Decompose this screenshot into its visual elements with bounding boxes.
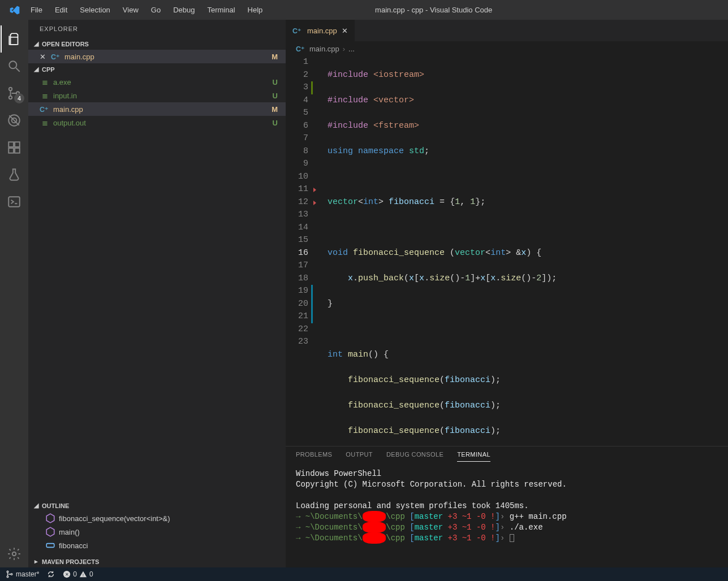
- variable-icon: [45, 540, 55, 550]
- line-number-gutter: 1 2 3 4 5 6 7 8 9 10 11 12 13 14 15 16 1…: [286, 56, 318, 446]
- svg-rect-15: [46, 544, 54, 548]
- status-branch[interactable]: master*: [6, 570, 39, 578]
- svg-text:✕: ✕: [65, 572, 69, 577]
- svg-rect-8: [8, 148, 14, 153]
- vscode-logo-icon: [9, 5, 20, 16]
- terminal-line: Copyright (C) Microsoft Corporation. All…: [296, 479, 718, 490]
- file-item[interactable]: ≣ output.out U: [28, 116, 286, 129]
- maven-header[interactable]: ▸ MAVEN PROJECTS: [28, 556, 286, 567]
- file-icon: ≣: [40, 77, 50, 87]
- chevron-right-icon: ▸: [33, 558, 40, 565]
- svg-text:C⁺: C⁺: [292, 27, 301, 35]
- outline-header[interactable]: ◢ OUTLINE: [28, 500, 286, 511]
- menu-selection[interactable]: Selection: [74, 3, 115, 16]
- file-item[interactable]: C⁺ main.cpp M: [28, 102, 286, 116]
- folder-label: CPP: [42, 66, 55, 73]
- cpp-file-icon: C⁺: [51, 51, 61, 62]
- sidebar-title: EXPLORER: [28, 20, 286, 38]
- outline-label: OUTLINE: [42, 502, 69, 509]
- powershell-icon[interactable]: [1, 188, 28, 215]
- panel-tab-terminal[interactable]: TERMINAL: [457, 451, 490, 462]
- outline-label: fibonacci_sequence(vector<int>&): [59, 514, 170, 523]
- svg-rect-7: [8, 142, 14, 147]
- menu-view[interactable]: View: [117, 3, 144, 16]
- panel-tab-output[interactable]: OUTPUT: [346, 451, 373, 462]
- outline-label: main(): [59, 528, 80, 536]
- panel-tab-problems[interactable]: PROBLEMS: [296, 451, 332, 462]
- open-editor-item[interactable]: ✕ C⁺ main.cpp M: [28, 50, 286, 63]
- settings-icon[interactable]: [1, 540, 28, 567]
- terminal-line: → ~\Documents\xxxx\cpp [master +3 ~1 -0 …: [296, 533, 718, 544]
- code-editor[interactable]: 1 2 3 4 5 6 7 8 9 10 11 12 13 14 15 16 1…: [286, 56, 728, 446]
- file-status: U: [273, 119, 278, 127]
- menu-terminal[interactable]: Terminal: [201, 3, 240, 16]
- svg-rect-9: [15, 148, 20, 153]
- search-icon[interactable]: [1, 53, 28, 80]
- code-content[interactable]: #include <iostream> #include <vector> #i…: [318, 56, 728, 446]
- outline-label: fibonacci: [59, 541, 88, 550]
- source-control-icon[interactable]: 4: [1, 80, 28, 107]
- outline-item[interactable]: main(): [28, 525, 286, 539]
- status-problems[interactable]: ✕ 0 ! 0: [63, 570, 93, 578]
- terminal-line: Loading personal and system profiles too…: [296, 501, 718, 511]
- extensions-icon[interactable]: [1, 134, 28, 161]
- branch-label: master*: [16, 570, 39, 578]
- activity-bar: 4: [0, 20, 28, 567]
- svg-point-3: [9, 96, 12, 99]
- method-icon: [45, 527, 55, 537]
- file-status: M: [272, 53, 278, 61]
- panel-tabs: PROBLEMS OUTPUT DEBUG CONSOLE TERMINAL: [286, 446, 728, 464]
- explorer-icon[interactable]: [1, 25, 28, 53]
- file-status: U: [273, 92, 278, 100]
- menu-debug[interactable]: Debug: [167, 3, 200, 16]
- chevron-down-icon: ◢: [33, 40, 40, 47]
- svg-point-0: [9, 61, 16, 68]
- editor-tab[interactable]: C⁺ main.cpp ✕: [286, 20, 355, 41]
- outline-item[interactable]: fibonacci_sequence(vector<int>&): [28, 511, 286, 525]
- svg-point-19: [7, 576, 8, 578]
- close-icon[interactable]: ✕: [342, 27, 348, 35]
- open-editors-header[interactable]: ◢ OPEN EDITORS: [28, 38, 286, 50]
- test-icon[interactable]: [1, 161, 28, 188]
- menu-help[interactable]: Help: [242, 3, 269, 16]
- window-title: main.cpp - cpp - Visual Studio Code: [268, 6, 599, 14]
- menu-file[interactable]: File: [25, 3, 48, 16]
- svg-text:C⁺: C⁺: [51, 53, 59, 61]
- svg-point-12: [12, 552, 16, 556]
- panel-tab-debug-console[interactable]: DEBUG CONSOLE: [386, 451, 443, 462]
- status-bar: master* ✕ 0 ! 0: [0, 567, 728, 581]
- svg-point-20: [11, 574, 12, 575]
- terminal-line: → ~\Documents\xxxx\cpp [master +3 ~1 -0 …: [296, 511, 718, 522]
- svg-text:!: !: [83, 573, 84, 577]
- tab-label: main.cpp: [307, 27, 337, 35]
- scm-badge: 4: [14, 93, 24, 103]
- terminal-line: Windows PowerShell: [296, 469, 718, 479]
- file-item[interactable]: ≣ a.exe U: [28, 75, 286, 89]
- chevron-down-icon: ◢: [33, 66, 40, 73]
- svg-point-18: [7, 571, 8, 573]
- breadcrumb-file: main.cpp: [309, 45, 339, 53]
- svg-rect-10: [15, 142, 20, 147]
- breadcrumb-rest: ...: [348, 45, 355, 53]
- breadcrumb[interactable]: C⁺ main.cpp › ...: [286, 41, 728, 56]
- menu-edit[interactable]: Edit: [49, 3, 73, 16]
- file-icon: ≣: [40, 90, 50, 101]
- sidebar: EXPLORER ◢ OPEN EDITORS ✕ C⁺ main.cpp M …: [28, 20, 286, 567]
- svg-text:C⁺: C⁺: [40, 106, 48, 114]
- terminal[interactable]: Windows PowerShell Copyright (C) Microso…: [286, 464, 728, 567]
- open-editors-label: OPEN EDITORS: [42, 41, 89, 47]
- file-name: input.in: [53, 92, 77, 100]
- file-status: M: [272, 105, 278, 114]
- file-icon: ≣: [40, 118, 50, 128]
- debug-icon[interactable]: [1, 107, 28, 134]
- close-icon[interactable]: ✕: [40, 53, 48, 61]
- status-sync[interactable]: [47, 570, 55, 578]
- file-name: output.out: [53, 119, 86, 127]
- folder-header[interactable]: ◢ CPP: [28, 63, 286, 75]
- file-item[interactable]: ≣ input.in U: [28, 89, 286, 102]
- svg-text:C⁺: C⁺: [296, 45, 304, 53]
- cpp-file-icon: C⁺: [40, 104, 50, 114]
- outline-item[interactable]: fibonacci: [28, 539, 286, 552]
- editor-area: C⁺ main.cpp ✕ C⁺ main.cpp › ... 1 2 3 4 …: [286, 20, 728, 567]
- menu-go[interactable]: Go: [145, 3, 166, 16]
